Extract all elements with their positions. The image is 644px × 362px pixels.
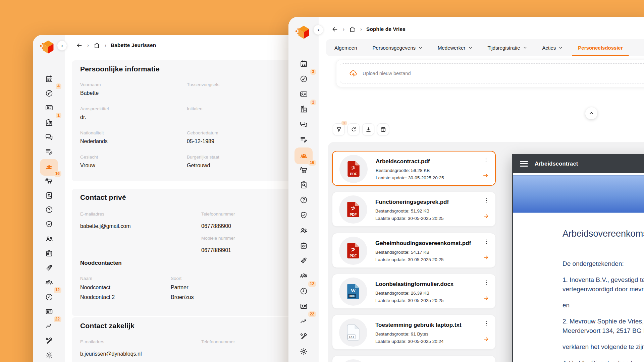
file-name: Arbeidscontract.pdf xyxy=(376,158,430,165)
sidebar-item-rocket[interactable] xyxy=(41,261,57,275)
sidebar-item-notes[interactable] xyxy=(296,132,312,146)
filter-button[interactable]: 1 xyxy=(333,123,345,135)
txt-file-icon: TXT xyxy=(346,324,360,341)
tab-tijdsregistratie[interactable]: Tijdsregistratie xyxy=(480,39,535,56)
sidebar-item-building[interactable]: 1 xyxy=(41,115,57,129)
back-arrow-icon[interactable] xyxy=(76,42,83,49)
file-card-loonbelastingformulier-docx[interactable]: WDOCLoonbelastingformulier.docxBestandsg… xyxy=(332,274,496,309)
sidebar-item-help-circle[interactable] xyxy=(41,203,57,217)
rocket-icon xyxy=(45,264,53,272)
file-card-functioneringsgesprek-pdf[interactable]: PDFFunctioneringsgesprek.pdfBestandsgroo… xyxy=(332,192,496,227)
sidebar-item-dashboard[interactable]: 3 xyxy=(296,72,312,86)
tab-persoonsgegevens[interactable]: Persoonsgegevens xyxy=(365,39,430,56)
upload-dropzone[interactable]: Upload nieuw bestand xyxy=(340,63,644,83)
file-updated: Laatste update: 30-05-2025 20:25 xyxy=(376,175,444,180)
sidebar-item-people[interactable] xyxy=(41,232,57,246)
file-name: Functioneringsgesprek.pdf xyxy=(375,199,449,205)
chevron-right-icon: › xyxy=(87,42,89,48)
sidebar-item-clipboard-search[interactable] xyxy=(296,178,312,192)
tab-medewerker[interactable]: Medewerker xyxy=(430,39,480,56)
rocket-icon xyxy=(300,256,308,265)
field-value: dr. xyxy=(80,114,187,120)
people-icon xyxy=(45,235,53,243)
open-file-arrow-icon[interactable] xyxy=(483,213,489,220)
document-paragraph: verklaren het volgende te zijn ov xyxy=(562,342,644,352)
file-card[interactable] xyxy=(332,356,496,362)
field-label: Geslacht xyxy=(80,155,187,160)
file-menu-icon[interactable] xyxy=(483,157,489,163)
right-sidebar: 31161222 xyxy=(288,17,319,362)
sidebar-item-help-circle[interactable] xyxy=(296,193,312,207)
sidebar-item-calendar[interactable] xyxy=(296,57,312,71)
breadcrumb-title[interactable]: Sophie de Vries xyxy=(366,26,406,32)
file-card-arbeidscontract-pdf[interactable]: PDFArbeidscontract.pdfBestandsgrootte: 5… xyxy=(332,151,496,186)
type-column-label: Soort xyxy=(171,276,181,281)
sidebar-item-cart[interactable]: 16 xyxy=(41,174,57,188)
tab-label: Acties xyxy=(542,45,556,51)
sidebar-item-building[interactable]: 1 xyxy=(296,102,312,116)
sidebar-item-clipboard-search[interactable] xyxy=(41,188,57,202)
field-value: Nederlands xyxy=(80,138,187,144)
emergency-contact-type: Broer/zus xyxy=(171,294,194,300)
sidebar-item-id-badge[interactable] xyxy=(41,246,57,260)
sidebar-item-notes[interactable] xyxy=(41,144,57,159)
sidebar-item-calendar[interactable] xyxy=(41,72,57,86)
tab-acties[interactable]: Acties xyxy=(535,39,571,56)
home-icon[interactable] xyxy=(93,42,100,49)
sidebar-item-shield-check[interactable] xyxy=(41,217,57,231)
sidebar-item-tools[interactable] xyxy=(296,329,312,344)
open-file-arrow-icon[interactable] xyxy=(483,254,489,261)
sidebar-item-trend[interactable]: 22 xyxy=(296,314,312,328)
file-menu-icon[interactable] xyxy=(483,239,489,245)
tab-algemeen[interactable]: Algemeen xyxy=(327,39,365,56)
sidebar-item-cart[interactable]: 16 xyxy=(296,163,312,177)
sidebar-item-trend[interactable]: 22 xyxy=(41,319,57,333)
sidebar-item-clock[interactable]: 12 xyxy=(41,290,57,304)
sidebar-item-dashboard[interactable]: 4 xyxy=(41,86,57,100)
app-logo-icon[interactable] xyxy=(295,25,310,41)
export-archive-button[interactable] xyxy=(377,123,389,135)
file-size: Bestandsgrootte: 54.17 KB xyxy=(375,250,429,255)
file-menu-icon[interactable] xyxy=(483,280,489,286)
sidebar-item-id-card[interactable] xyxy=(41,101,57,115)
mobile-value: 0677889901 xyxy=(201,247,231,253)
sidebar-item-contact-card[interactable] xyxy=(296,299,312,313)
sidebar-item-people[interactable] xyxy=(296,223,312,237)
sidebar-item-user-group[interactable] xyxy=(296,269,312,283)
back-arrow-icon[interactable] xyxy=(331,26,338,33)
sidebar-item-settings[interactable] xyxy=(41,348,57,362)
breadcrumb-title[interactable]: Babette Jeurissen xyxy=(111,42,156,48)
document-text: Arbeidsovereenkomst v De ondergetekenden… xyxy=(562,229,644,362)
sidebar-item-id-card[interactable] xyxy=(296,87,312,101)
refresh-button[interactable] xyxy=(347,123,360,135)
file-card-geheimhoudingsovereenkomst-pdf[interactable]: PDFGeheimhoudingsovereenkomst.pdfBestand… xyxy=(332,233,496,268)
chevron-down-icon xyxy=(469,46,472,50)
preview-header: Arbeidscontract xyxy=(513,154,644,173)
sidebar-item-settings[interactable] xyxy=(296,345,312,359)
sidebar-item-rocket[interactable] xyxy=(296,254,312,268)
open-file-arrow-icon[interactable] xyxy=(482,172,489,179)
tab-personeelsdossier[interactable]: Personeelsdossier xyxy=(570,39,630,56)
settings-icon xyxy=(45,351,53,359)
sidebar-item-id-badge[interactable] xyxy=(296,238,312,252)
menu-icon[interactable] xyxy=(520,160,528,168)
sidebar-item-shield-check[interactable] xyxy=(296,208,312,222)
help-circle-icon xyxy=(300,196,308,204)
file-menu-icon[interactable] xyxy=(483,197,489,203)
open-file-arrow-icon[interactable] xyxy=(483,336,489,343)
download-button[interactable] xyxy=(362,123,374,135)
sidebar-collapse-button[interactable]: › xyxy=(313,25,323,35)
sidebar-collapse-button[interactable]: › xyxy=(57,41,67,51)
sidebar-item-chat[interactable] xyxy=(296,117,312,131)
home-icon[interactable] xyxy=(349,26,356,33)
file-menu-icon[interactable] xyxy=(483,320,489,326)
sidebar-item-tools[interactable] xyxy=(41,334,57,348)
collapse-upload-button[interactable] xyxy=(585,107,597,119)
document-paragraph: De ondergetekenden: xyxy=(562,259,644,268)
phone-label: Telefoonnummer xyxy=(201,212,235,217)
sidebar-item-chat[interactable] xyxy=(41,130,57,144)
open-file-arrow-icon[interactable] xyxy=(483,295,489,302)
app-logo-icon[interactable] xyxy=(39,40,55,56)
file-card-toestemming-gebruik-laptop-txt[interactable]: TXTToestemming gebruik laptop.txtBestand… xyxy=(332,315,496,350)
sidebar-item-clock[interactable]: 12 xyxy=(296,284,312,298)
